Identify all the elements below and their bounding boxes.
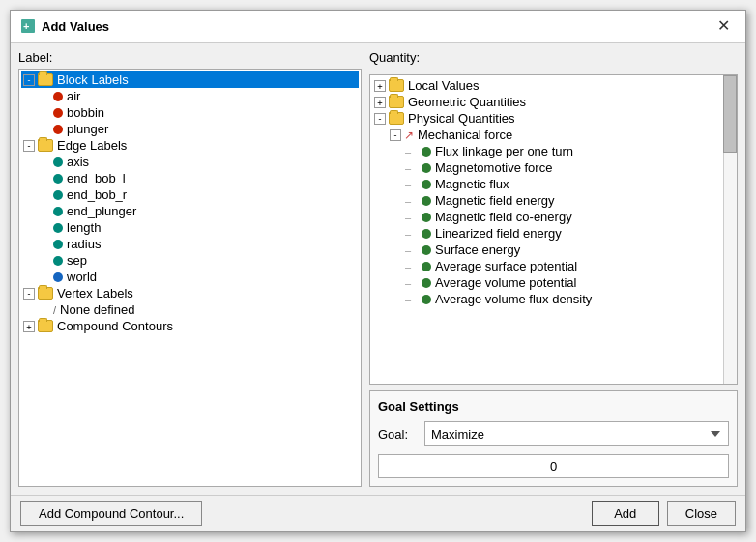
- goal-label: Goal:: [378, 427, 417, 442]
- sep-row[interactable]: sep: [21, 252, 359, 269]
- block-labels-node: - Block Labels air: [21, 71, 359, 137]
- close-button[interactable]: Close: [667, 501, 736, 526]
- avg-surface-potential-dot: [422, 262, 431, 271]
- plunger-label: plunger: [67, 122, 108, 136]
- physical-quantities-label: Physical Quantities: [408, 111, 515, 126]
- magnetic-coenergy-label: Magnetic field co-energy: [435, 210, 572, 224]
- goal-value-box[interactable]: 0: [378, 454, 729, 478]
- end-bob-l-row[interactable]: end_bob_l: [21, 170, 359, 186]
- magnetic-field-energy-row[interactable]: – Magnetic field energy: [372, 192, 735, 209]
- avg-volume-potential-row[interactable]: – Average volume potential: [372, 274, 735, 291]
- physical-quantities-row[interactable]: - Physical Quantities: [372, 110, 735, 127]
- compound-contours-row[interactable]: + Compound Contours: [21, 318, 359, 334]
- edge-labels-row[interactable]: - Edge Labels: [21, 137, 359, 154]
- add-compound-button[interactable]: Add Compound Contour...: [20, 501, 202, 526]
- linearized-field-dot: [422, 229, 431, 239]
- surface-energy-dash: –: [405, 244, 419, 256]
- radius-row[interactable]: radius: [21, 236, 359, 252]
- magnetomotive-row[interactable]: – Magnetomotive force: [372, 159, 735, 176]
- edge-labels-label: Edge Labels: [57, 138, 127, 153]
- none-defined-row[interactable]: / None defined: [21, 301, 359, 318]
- end-plunger-row[interactable]: end_plunger: [21, 203, 359, 219]
- world-dot-icon: [53, 272, 63, 282]
- title-bar-left: + Add Values: [20, 18, 109, 34]
- avg-volume-potential-label: Average volume potential: [435, 275, 576, 290]
- end-bob-l-label: end_bob_l: [67, 171, 126, 185]
- magnetic-coenergy-dash: –: [405, 212, 419, 223]
- mechanical-force-arrow-icon: ↗: [404, 128, 414, 142]
- end-plunger-dot-icon: [53, 207, 63, 216]
- magnetic-flux-row[interactable]: – Magnetic flux: [372, 176, 735, 192]
- local-values-row[interactable]: + Local Values: [372, 77, 735, 94]
- local-values-label: Local Values: [408, 78, 479, 93]
- avg-volume-potential-dash: –: [405, 277, 419, 289]
- physical-expand[interactable]: -: [374, 113, 386, 125]
- end-bob-r-row[interactable]: end_bob_r: [21, 186, 359, 203]
- end-bob-l-dot-icon: [53, 174, 63, 184]
- vertex-labels-expand[interactable]: -: [23, 288, 35, 300]
- axis-row[interactable]: axis: [21, 154, 359, 170]
- local-values-folder-icon: [389, 79, 404, 92]
- scrollbar-thumb[interactable]: [723, 75, 737, 153]
- mechanical-force-expand[interactable]: -: [390, 129, 401, 141]
- plunger-row[interactable]: plunger: [21, 121, 359, 137]
- end-plunger-label: end_plunger: [67, 204, 136, 218]
- compound-contours-label: Compound Contours: [57, 319, 173, 333]
- content-area: Label: - Block Labels air: [11, 43, 745, 495]
- compound-contours-folder-icon: [38, 320, 53, 332]
- magnetomotive-dot: [422, 163, 431, 173]
- label-tree[interactable]: - Block Labels air: [18, 69, 362, 487]
- mechanical-force-label: Mechanical force: [418, 128, 512, 142]
- mechanical-force-node: - ↗ Mechanical force – Flux linkage per …: [372, 127, 735, 307]
- bottom-right-buttons: Add Close: [592, 501, 736, 526]
- quantity-tree[interactable]: + Local Values + Geometric Quantities - …: [369, 74, 738, 385]
- flux-linkage-dash: –: [405, 146, 419, 157]
- local-values-expand[interactable]: +: [374, 80, 386, 92]
- axis-dot-icon: [53, 157, 63, 167]
- compound-contours-expand[interactable]: +: [23, 321, 35, 332]
- goal-select[interactable]: Maximize Minimize Target: [424, 421, 729, 446]
- right-panel: Quantity: + Local Values + Geometric Qua…: [369, 50, 738, 487]
- bobbin-row[interactable]: bobbin: [21, 104, 359, 121]
- air-label: air: [67, 89, 80, 103]
- vertex-labels-node: - Vertex Labels / None defined: [21, 285, 359, 318]
- geometric-quantities-row[interactable]: + Geometric Quantities: [372, 94, 735, 110]
- avg-surface-potential-row[interactable]: – Average surface potential: [372, 258, 735, 274]
- length-row[interactable]: length: [21, 219, 359, 236]
- close-x-button[interactable]: ✕: [712, 16, 736, 36]
- svg-text:+: +: [23, 20, 29, 32]
- avg-volume-potential-dot: [422, 278, 431, 288]
- magnetic-field-energy-label: Magnetic field energy: [435, 193, 555, 208]
- add-button[interactable]: Add: [592, 501, 659, 526]
- sep-label: sep: [67, 253, 87, 268]
- edge-labels-node: - Edge Labels axis: [21, 137, 359, 285]
- sep-dot-icon: [53, 256, 63, 266]
- magnetic-flux-label: Magnetic flux: [435, 177, 509, 191]
- none-defined-label: None defined: [60, 302, 134, 317]
- geometric-expand[interactable]: +: [374, 97, 386, 108]
- magnetic-coenergy-row[interactable]: – Magnetic field co-energy: [372, 209, 735, 225]
- scrollbar-track[interactable]: [723, 75, 737, 384]
- vertex-labels-row[interactable]: - Vertex Labels: [21, 285, 359, 301]
- avg-surface-potential-dash: –: [405, 261, 419, 272]
- magnetomotive-dash: –: [405, 162, 419, 174]
- block-labels-folder-icon: [38, 73, 53, 86]
- bobbin-label: bobbin: [67, 105, 104, 120]
- vertex-labels-folder-icon: [38, 287, 53, 300]
- air-row[interactable]: air: [21, 88, 359, 104]
- surface-energy-row[interactable]: – Surface energy: [372, 242, 735, 258]
- block-labels-expand[interactable]: -: [23, 74, 35, 86]
- flux-linkage-row[interactable]: – Flux linkage per one turn: [372, 143, 735, 159]
- avg-surface-potential-label: Average surface potential: [435, 259, 577, 273]
- linearized-field-row[interactable]: – Linearized field energy: [372, 225, 735, 242]
- avg-volume-flux-row[interactable]: – Average volume flux density: [372, 291, 735, 307]
- world-row[interactable]: world: [21, 269, 359, 285]
- magnetic-field-energy-dot: [422, 196, 431, 206]
- edge-labels-folder-icon: [38, 139, 53, 152]
- bottom-bar: Add Compound Contour... Add Close: [11, 495, 745, 531]
- radius-dot-icon: [53, 240, 63, 249]
- edge-labels-expand[interactable]: -: [23, 140, 35, 152]
- block-labels-row[interactable]: - Block Labels: [21, 71, 359, 88]
- mechanical-force-row[interactable]: - ↗ Mechanical force: [372, 127, 735, 143]
- air-dot-icon: [53, 92, 63, 101]
